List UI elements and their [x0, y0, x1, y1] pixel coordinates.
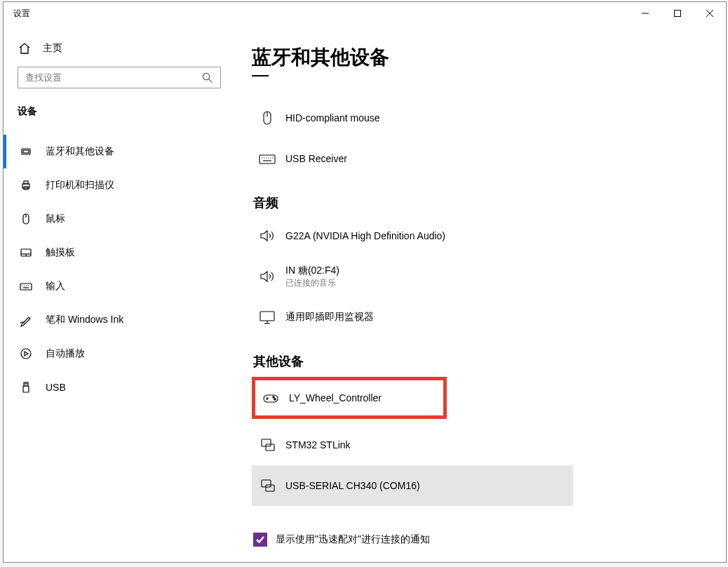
audio-section-title: 音频	[253, 194, 709, 211]
other-device-list: LY_Wheel_Controller STM32 STLink	[252, 374, 709, 506]
device-text: HID-compliant mouse	[285, 112, 380, 124]
svg-line-5	[209, 79, 212, 82]
titlebar: 设置	[4, 2, 726, 25]
device-item-monitor[interactable]: 通用即插即用监视器	[252, 297, 709, 338]
device-name: G22A (NVIDIA High Definition Audio)	[285, 230, 445, 241]
device-item-usb-receiver[interactable]: USB Receiver	[252, 138, 709, 179]
nav: 蓝牙和其他设备 打印机和扫描仪 鼠标	[4, 135, 235, 404]
checkbox-checked-icon	[253, 533, 267, 547]
device-name: USB Receiver	[285, 153, 347, 164]
device-text: USB Receiver	[285, 153, 347, 164]
sidebar-item-touchpad[interactable]: 触摸板	[4, 236, 235, 269]
sidebar-item-label: 笔和 Windows Ink	[46, 314, 123, 326]
device-item-mouse[interactable]: HID-compliant mouse	[252, 98, 709, 138]
device-text: LY_Wheel_Controller	[289, 392, 382, 403]
touchpad-icon	[19, 246, 33, 260]
main-content: 蓝牙和其他设备 HID-compliant mouse	[235, 25, 726, 562]
pen-icon	[19, 313, 33, 327]
window-controls	[629, 2, 726, 25]
svg-point-4	[203, 73, 209, 79]
sidebar-item-label: 鼠标	[46, 213, 65, 225]
svg-rect-46	[266, 444, 274, 451]
search-wrap	[4, 67, 235, 101]
home-label: 主页	[43, 42, 62, 55]
device-row: USB-SERIAL CH340 (COM16)	[252, 465, 573, 506]
sidebar-item-label: 自动播放	[46, 347, 85, 360]
sidebar-item-label: 触摸板	[46, 246, 75, 259]
body: 主页 设备 蓝牙和其他设备	[4, 25, 726, 562]
sidebar-item-bluetooth[interactable]: 蓝牙和其他设备	[4, 135, 235, 168]
device-name: HID-compliant mouse	[285, 112, 380, 124]
audio-device-list: G22A (NVIDIA High Definition Audio) IN 糖…	[252, 215, 709, 338]
device-text: 通用即插即用监视器	[285, 311, 374, 323]
device-name: 通用即插即用监视器	[285, 311, 374, 323]
speaker-icon	[257, 226, 277, 246]
device-name: LY_Wheel_Controller	[289, 392, 382, 403]
device-icon	[257, 435, 277, 455]
quick-pair-checkbox-row[interactable]: 显示使用"迅速配对"进行连接的通知	[252, 533, 709, 547]
sidebar-item-autoplay[interactable]: 自动播放	[4, 337, 235, 371]
device-text: STM32 STLink	[285, 439, 351, 451]
bluetooth-icon	[19, 145, 33, 159]
maximize-icon	[674, 10, 681, 17]
gamepad-icon	[261, 388, 281, 408]
svg-rect-1	[675, 11, 681, 17]
svg-rect-9	[24, 181, 28, 184]
sidebar-item-printers[interactable]: 打印机和扫描仪	[4, 168, 235, 202]
device-item-usb-serial[interactable]: USB-SERIAL CH340 (COM16)	[252, 465, 573, 506]
sidebar-item-mouse[interactable]: 鼠标	[4, 202, 235, 236]
device-text: G22A (NVIDIA High Definition Audio)	[285, 230, 445, 241]
svg-rect-48	[266, 485, 274, 491]
home-icon	[18, 41, 32, 55]
page-title: 蓝牙和其他设备	[252, 44, 709, 71]
sidebar: 主页 设备 蓝牙和其他设备	[4, 25, 235, 562]
device-icon	[257, 476, 277, 495]
section-title: 设备	[4, 101, 235, 135]
svg-rect-24	[23, 386, 29, 392]
printer-icon	[19, 178, 33, 192]
monitor-icon	[257, 307, 277, 327]
minimize-icon	[642, 10, 649, 17]
device-item-g22a[interactable]: G22A (NVIDIA High Definition Audio)	[252, 215, 709, 256]
device-name: STM32 STLink	[285, 439, 351, 451]
sidebar-item-label: 打印机和扫描仪	[46, 179, 114, 192]
input-device-list: HID-compliant mouse USB Receiver	[252, 98, 709, 179]
sidebar-item-label: USB	[46, 382, 66, 393]
device-text: USB-SERIAL CH340 (COM16)	[285, 480, 420, 491]
svg-point-43	[273, 396, 274, 398]
minimize-button[interactable]	[629, 2, 661, 25]
device-name: USB-SERIAL CH340 (COM16)	[285, 480, 420, 491]
window-title: 设置	[4, 8, 30, 20]
sidebar-item-usb[interactable]: USB	[4, 371, 235, 404]
settings-window: 设置 主页	[3, 1, 727, 563]
mouse-icon	[257, 108, 277, 128]
device-item-in-sugar[interactable]: IN 糖(02:F4) 已连接的音乐	[252, 256, 709, 297]
sidebar-item-label: 输入	[46, 280, 65, 293]
close-button[interactable]	[694, 2, 726, 25]
device-item-wheel-controller[interactable]: LY_Wheel_Controller	[255, 380, 443, 415]
checkbox-label: 显示使用"迅速配对"进行连接的通知	[276, 533, 430, 546]
sidebar-item-pen[interactable]: 笔和 Windows Ink	[4, 303, 235, 337]
close-icon	[706, 10, 713, 17]
svg-rect-37	[260, 312, 274, 321]
sidebar-item-typing[interactable]: 输入	[4, 269, 235, 303]
svg-rect-29	[259, 155, 275, 164]
highlight-annotation: LY_Wheel_Controller	[252, 377, 447, 419]
device-subtitle: 已连接的音乐	[285, 277, 339, 289]
svg-rect-23	[24, 382, 28, 386]
search-input[interactable]	[18, 67, 221, 88]
device-item-stlink[interactable]: STM32 STLink	[252, 425, 709, 465]
svg-rect-7	[23, 150, 29, 153]
svg-point-22	[21, 349, 31, 359]
title-underline	[252, 75, 269, 76]
mouse-icon	[19, 212, 33, 226]
speaker-icon	[257, 267, 277, 286]
keyboard-icon	[19, 279, 33, 293]
sidebar-item-label: 蓝牙和其他设备	[46, 145, 114, 158]
maximize-button[interactable]	[661, 2, 694, 25]
svg-point-44	[274, 399, 276, 400]
device-text: IN 糖(02:F4) 已连接的音乐	[285, 265, 339, 289]
home-link[interactable]: 主页	[4, 37, 235, 67]
svg-rect-16	[20, 284, 32, 290]
autoplay-icon	[19, 347, 33, 361]
